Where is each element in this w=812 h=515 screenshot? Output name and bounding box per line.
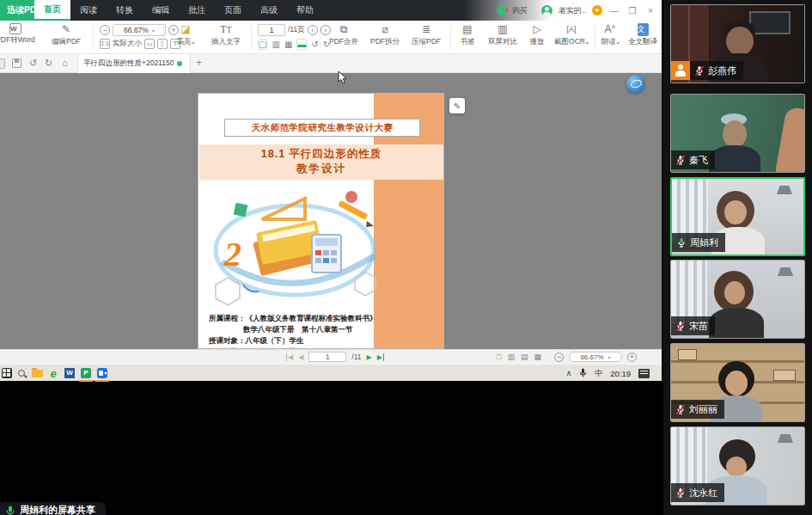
- meeting-app-taskbar-button[interactable]: [96, 367, 108, 379]
- participant-name: 刘丽丽: [689, 403, 717, 416]
- pdf-app-taskbar-button[interactable]: P: [80, 367, 92, 379]
- tab-page[interactable]: 页面: [215, 0, 251, 21]
- assistant-float-ball[interactable]: [626, 75, 644, 93]
- home-icon[interactable]: ⌂: [62, 58, 68, 68]
- four-page-icon[interactable]: ▦: [284, 40, 292, 49]
- document-tab-title: 平行四边形的性质+20211506..: [83, 58, 174, 69]
- tab-annotate[interactable]: 批注: [179, 0, 215, 21]
- participant-tile[interactable]: 沈永红: [670, 426, 805, 506]
- document-tab[interactable]: 平行四边形的性质+20211506..: [77, 54, 191, 73]
- maximize-button[interactable]: ❐: [626, 6, 638, 15]
- tab-advanced[interactable]: 高级: [251, 0, 287, 21]
- new-tab-button[interactable]: +: [196, 57, 202, 69]
- browser-button[interactable]: e: [47, 367, 59, 379]
- read-aloud-button[interactable]: A° 朗读▾: [598, 23, 622, 47]
- print-icon[interactable]: [0, 58, 5, 69]
- tray-expand-icon[interactable]: ∧: [566, 369, 572, 377]
- participant-tile-speaking[interactable]: 周娟利: [670, 177, 805, 256]
- meta-book: 数学八年级下册 第十八章第一节: [209, 324, 385, 335]
- save-icon[interactable]: [12, 58, 21, 68]
- play-button[interactable]: ▷ 播放: [524, 23, 550, 47]
- pdf-split-button[interactable]: ⧄ PDF拆分: [366, 23, 404, 47]
- close-button[interactable]: ×: [644, 6, 656, 15]
- user-avatar[interactable]: [541, 5, 553, 16]
- user-name[interactable]: 老实的..: [559, 5, 586, 16]
- actual-size-icon[interactable]: 1:1: [100, 39, 110, 49]
- screenshot-ocr-button[interactable]: [A] 截图OCR▾: [552, 23, 591, 47]
- lesson-meta: 所属课程：《人教版义务教育课程标准实验教科书》 数学八年级下册 第十八章第一节 …: [209, 313, 385, 349]
- compress-pdf-button[interactable]: ≣ 压缩PDF: [407, 23, 445, 47]
- bookmark-button[interactable]: ▤ 书签: [454, 23, 481, 47]
- prev-page-icon[interactable]: ‹: [308, 25, 318, 35]
- ime-indicator[interactable]: 中: [595, 368, 602, 379]
- file-explorer-button[interactable]: [31, 367, 43, 379]
- buy-button[interactable]: 购买: [512, 5, 528, 16]
- prev-page-icon[interactable]: ◀: [298, 353, 303, 361]
- participant-tile[interactable]: 秦飞: [670, 94, 805, 173]
- fit-width-icon[interactable]: ▭: [144, 39, 155, 49]
- word-button[interactable]: W: [64, 367, 76, 379]
- meta-course: 所属课程：《人教版义务教育课程标准实验教科书》: [209, 313, 385, 324]
- next-page-icon[interactable]: ▶: [367, 353, 372, 361]
- participant-nameplate: 周娟利: [672, 233, 725, 252]
- mic-muted-icon: [694, 65, 705, 77]
- play-label: 播放: [530, 37, 545, 47]
- dual-compare-button[interactable]: ▥ 双屏对比: [483, 23, 522, 47]
- zoom-level-select[interactable]: 66.67% ▾: [113, 24, 166, 36]
- last-page-icon[interactable]: ▶: [377, 353, 384, 361]
- tray-mic-icon[interactable]: [579, 368, 587, 378]
- tab-edit[interactable]: 编辑: [143, 0, 179, 21]
- participant-tile[interactable]: 刘丽丽: [670, 343, 805, 422]
- participant-tile[interactable]: 宋苗: [670, 260, 805, 339]
- zoom-in-icon[interactable]: +: [627, 353, 637, 362]
- zoom-out-icon[interactable]: −: [100, 25, 110, 35]
- minimize-button[interactable]: —: [608, 6, 620, 15]
- tab-help[interactable]: 帮助: [287, 0, 323, 21]
- insert-text-label: 插入文字: [211, 37, 241, 47]
- tab-read[interactable]: 阅读: [70, 0, 107, 21]
- ribbon-toolbar: W PDF转Word ✎ 编辑PDF − 66.67% ▾ + 1:1 实际大小…: [0, 21, 662, 54]
- zoom-controls: − 66.67% ▾ +: [100, 24, 179, 36]
- start-button[interactable]: [1, 367, 13, 379]
- insert-text-button[interactable]: TT 插入文字: [205, 23, 247, 47]
- pdf-to-word-button[interactable]: W PDF转Word: [0, 23, 43, 46]
- two-page-icon[interactable]: ▥: [272, 40, 279, 49]
- statusbar-page-total: /11: [351, 353, 361, 361]
- translate-button[interactable]: 文 全文翻译: [624, 23, 662, 47]
- taskbar-search-button[interactable]: [15, 367, 27, 379]
- redo-icon[interactable]: ↻: [45, 58, 52, 69]
- document-viewport[interactable]: 天水师范学院研究生教学设计大赛 18.1 平行四边形的性质 教学设计: [0, 73, 662, 349]
- page-number-input[interactable]: 1: [258, 24, 285, 36]
- zoom-out-icon[interactable]: −: [554, 353, 564, 362]
- annotate-pencil-button[interactable]: ✎: [449, 98, 465, 113]
- svg-text:2: 2: [223, 235, 241, 273]
- thumbnail-view-icon[interactable]: ▦: [534, 353, 541, 361]
- screen-share-pill[interactable]: 周娟利的屏幕共享: [0, 502, 106, 515]
- vip-medal-icon[interactable]: ★: [592, 5, 602, 15]
- single-page-icon[interactable]: □: [497, 353, 501, 361]
- single-page-icon[interactable]: ▢: [258, 39, 267, 50]
- fit-page-icon[interactable]: ▯: [157, 39, 168, 49]
- scroll-view-icon[interactable]: ▤: [521, 353, 528, 361]
- edit-pdf-button[interactable]: ✎ 编辑PDF: [45, 23, 88, 47]
- first-page-icon[interactable]: ◀: [286, 353, 293, 361]
- participant-tile[interactable]: 彭燕伟: [670, 4, 805, 83]
- rotate-left-icon[interactable]: ↺: [311, 40, 318, 49]
- tab-convert[interactable]: 转换: [107, 0, 143, 21]
- unsaved-dot-icon: [177, 61, 182, 66]
- clock[interactable]: 20:19: [610, 369, 631, 378]
- notification-panel-icon[interactable]: [638, 369, 650, 378]
- statusbar-zoom-select[interactable]: 66.67% ▾: [569, 352, 622, 362]
- mic-muted-icon: [675, 155, 686, 166]
- continuous-icon[interactable]: ▬: [296, 39, 307, 50]
- edit-pencil-icon: ✎: [62, 23, 70, 36]
- two-page-icon[interactable]: ▥: [507, 353, 515, 361]
- tab-home[interactable]: 首页: [34, 0, 70, 21]
- bookmark-label: 书签: [461, 37, 475, 47]
- statusbar-page-input[interactable]: 1: [308, 352, 346, 362]
- actual-size-label[interactable]: 实际大小: [113, 39, 142, 49]
- pdf-merge-label: PDF合并: [329, 37, 358, 47]
- pdf-merge-button[interactable]: ⧉ PDF合并: [325, 23, 363, 47]
- undo-icon[interactable]: ↺: [29, 58, 37, 69]
- highlight-button[interactable]: ◪ 高亮▾: [168, 23, 203, 47]
